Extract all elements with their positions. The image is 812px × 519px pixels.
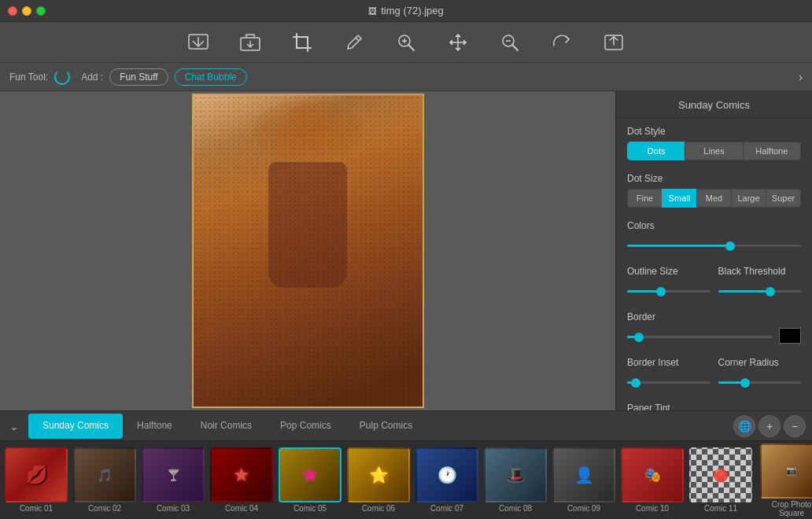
minimize-button[interactable] (22, 6, 31, 16)
maximize-button[interactable] (36, 6, 46, 16)
zoom-in-button[interactable] (392, 28, 420, 57)
border-inset-slider[interactable] (627, 381, 710, 384)
film-item-comic-01[interactable]: 💋 Comic 01 (3, 447, 69, 513)
dot-style-dots[interactable]: Dots (627, 142, 685, 160)
film-label-crop-photo: Crop Photo Square (760, 500, 812, 517)
film-label-comic-09: Comic 09 (567, 504, 600, 513)
corner-radius-slider[interactable] (718, 381, 802, 384)
film-item-comic-07[interactable]: 🕐 Comic 07 (414, 447, 480, 513)
colors-slider[interactable] (627, 245, 801, 247)
fun-stuff-button[interactable]: Fun Stuff (109, 68, 168, 86)
film-item-comic-09[interactable]: 👤 Comic 09 (551, 447, 617, 513)
close-button[interactable] (8, 6, 17, 16)
dot-size-super[interactable]: Super (766, 189, 801, 208)
canvas-area[interactable] (0, 91, 615, 410)
border-inset-col: Border Inset (627, 357, 710, 390)
remove-button[interactable]: − (784, 415, 806, 437)
outline-size-label: Outline Size (627, 266, 710, 277)
pen-button[interactable] (340, 28, 368, 57)
border-slider[interactable] (627, 336, 773, 338)
film-item-comic-03[interactable]: 🍸 Comic 03 (140, 447, 206, 513)
svg-line-10 (512, 45, 518, 50)
dot-size-section: Dot Size Fine Small Med Large Super (616, 165, 812, 212)
paper-tint-section: Paper Tint (616, 395, 812, 410)
colors-label: Colors (627, 220, 801, 231)
border-color-swatch[interactable] (779, 328, 801, 344)
dot-style-section: Dot Style Dots Lines Halftone (616, 118, 812, 165)
film-label-comic-06: Comic 06 (362, 504, 395, 513)
dot-style-halftone[interactable]: Halftone (743, 142, 801, 160)
border-slider-container (627, 327, 773, 341)
tab-scroll-left[interactable]: ⌄ (0, 420, 28, 432)
file-icon: 🖼 (368, 6, 377, 16)
film-label-comic-02: Comic 02 (88, 504, 121, 513)
expand-arrow[interactable]: › (799, 71, 803, 83)
corner-slider-container (718, 373, 802, 387)
film-label-comic-04: Comic 04 (225, 504, 258, 513)
right-panel: Sunday Comics Dot Style Dots Lines Halft… (615, 91, 812, 410)
outline-size-slider[interactable] (627, 290, 710, 293)
title-bar: 🖼 timg (72).jpeg (0, 0, 812, 22)
export-button[interactable] (236, 28, 264, 57)
film-label-comic-08: Comic 08 (499, 504, 532, 513)
film-thumb-comic-06: ⭐ (347, 447, 410, 502)
film-item-comic-06[interactable]: ⭐ Comic 06 (345, 447, 412, 513)
film-label-comic-03: Comic 03 (157, 504, 190, 513)
film-thumb-comic-10: 🎭 (621, 447, 684, 502)
film-thumb-comic-03: 🍸 (142, 447, 205, 502)
film-item-comic-05[interactable]: ★ Comic 05 (277, 447, 343, 513)
film-item-comic-10[interactable]: 🎭 Comic 10 (619, 447, 685, 513)
film-thumb-comic-01: 💋 (5, 447, 68, 502)
window-title: timg (72).jpeg (381, 5, 443, 17)
border-row (627, 327, 801, 344)
chat-bubble-button[interactable]: Chat Bubble (175, 68, 247, 86)
film-label-comic-10: Comic 10 (636, 504, 669, 513)
globe-button[interactable]: 🌐 (733, 415, 755, 437)
bottom-tabs: ⌄ Sunday Comics Halftone Noir Comics Pop… (0, 410, 812, 440)
rotate-button[interactable] (548, 28, 576, 57)
tab-halftone[interactable]: Halftone (123, 414, 186, 439)
film-thumb-comic-07: 🕐 (415, 447, 478, 502)
dot-size-small[interactable]: Small (662, 189, 696, 208)
tab-noir-comics[interactable]: Noir Comics (186, 414, 266, 439)
colors-slider-container (627, 236, 801, 250)
film-item-comic-11[interactable]: 🔴 Comic 11 (688, 447, 754, 513)
film-label-comic-07: Comic 07 (430, 504, 463, 513)
tab-sunday-comics[interactable]: Sunday Comics (28, 414, 123, 439)
crop-button[interactable] (288, 28, 316, 57)
svg-rect-3 (297, 37, 308, 48)
dot-style-lines[interactable]: Lines (685, 142, 742, 160)
corner-radius-label: Corner Radius (718, 357, 802, 368)
window-controls[interactable] (8, 6, 46, 16)
film-item-comic-04[interactable]: ★ Comic 04 (209, 447, 275, 513)
tab-icon-bar: 🌐 + − (733, 415, 812, 437)
dot-style-group: Dots Lines Halftone (627, 142, 801, 160)
dot-size-label: Dot Size (627, 173, 801, 184)
loading-spinner (54, 69, 70, 85)
film-label-comic-05: Comic 05 (293, 504, 327, 513)
zoom-out-button[interactable] (496, 28, 524, 57)
corner-radius-col: Corner Radius (718, 357, 802, 390)
dot-size-large[interactable]: Large (731, 189, 766, 208)
black-threshold-slider[interactable] (718, 290, 802, 293)
film-item-comic-02[interactable]: 🎵 Comic 02 (72, 447, 138, 513)
move-button[interactable] (444, 28, 472, 57)
svg-line-6 (408, 45, 414, 50)
paper-tint-label: Paper Tint (627, 403, 801, 410)
tab-pulp-comics[interactable]: Pulp Comics (345, 414, 426, 439)
dot-size-med[interactable]: Med (696, 189, 731, 208)
toolbar (0, 22, 812, 63)
dot-size-fine[interactable]: Fine (627, 189, 662, 208)
film-thumb-crop-photo: 📷 (760, 444, 812, 499)
share-button[interactable] (600, 28, 628, 57)
film-item-crop-photo[interactable]: 📷 Crop Photo Square (756, 444, 812, 517)
film-thumb-comic-08: 🎩 (484, 447, 547, 502)
black-threshold-col: Black Threshold (718, 266, 802, 299)
tab-pop-comics[interactable]: Pop Comics (266, 414, 345, 439)
add-button[interactable]: + (758, 415, 781, 437)
add-label: Add : (81, 72, 103, 83)
filmstrip: 💋 Comic 01 🎵 Comic 02 🍸 Comic 03 ★ Comic… (0, 440, 812, 519)
film-item-comic-08[interactable]: 🎩 Comic 08 (482, 447, 548, 513)
import-button[interactable] (184, 28, 212, 57)
dot-style-label: Dot Style (627, 126, 801, 137)
